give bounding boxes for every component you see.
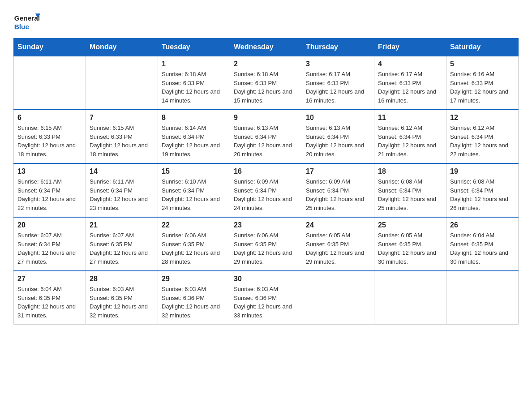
day-number: 17 [306,167,370,176]
calendar-cell [446,271,519,325]
calendar-cell: 16Sunrise: 6:09 AMSunset: 6:34 PMDayligh… [230,163,302,217]
weekday-header-saturday: Saturday [446,39,519,56]
calendar-cell: 17Sunrise: 6:09 AMSunset: 6:34 PMDayligh… [302,163,374,217]
day-info: Sunrise: 6:14 AMSunset: 6:34 PMDaylight:… [162,124,226,158]
day-info: Sunrise: 6:13 AMSunset: 6:34 PMDaylight:… [234,124,298,158]
day-number: 6 [17,114,82,122]
day-info: Sunrise: 6:08 AMSunset: 6:34 PMDaylight:… [378,177,442,212]
day-info: Sunrise: 6:03 AMSunset: 6:35 PMDaylight:… [90,285,154,320]
day-info: Sunrise: 6:17 AMSunset: 6:33 PMDaylight:… [378,70,442,105]
day-info: Sunrise: 6:03 AMSunset: 6:36 PMDaylight:… [162,285,226,320]
day-info: Sunrise: 6:15 AMSunset: 6:33 PMDaylight:… [17,124,82,158]
day-info: Sunrise: 6:10 AMSunset: 6:34 PMDaylight:… [162,177,226,212]
calendar-cell: 12Sunrise: 6:12 AMSunset: 6:34 PMDayligh… [446,110,519,163]
day-number: 19 [450,167,515,176]
logo: General Blue [13,9,40,34]
day-info: Sunrise: 6:12 AMSunset: 6:34 PMDaylight:… [378,124,442,158]
day-number: 22 [162,221,226,229]
calendar-cell [14,56,86,110]
calendar-cell: 18Sunrise: 6:08 AMSunset: 6:34 PMDayligh… [374,163,446,217]
weekday-header-thursday: Thursday [302,39,374,56]
day-number: 1 [162,60,226,68]
day-info: Sunrise: 6:07 AMSunset: 6:35 PMDaylight:… [90,231,154,266]
calendar-cell [86,56,158,110]
day-info: Sunrise: 6:08 AMSunset: 6:34 PMDaylight:… [450,177,515,212]
calendar-cell: 23Sunrise: 6:06 AMSunset: 6:35 PMDayligh… [230,217,302,271]
calendar-cell: 27Sunrise: 6:04 AMSunset: 6:35 PMDayligh… [14,271,86,325]
day-info: Sunrise: 6:12 AMSunset: 6:34 PMDaylight:… [450,124,515,158]
day-info: Sunrise: 6:16 AMSunset: 6:33 PMDaylight:… [450,70,515,105]
calendar-cell: 24Sunrise: 6:05 AMSunset: 6:35 PMDayligh… [302,217,374,271]
calendar-cell: 2Sunrise: 6:18 AMSunset: 6:33 PMDaylight… [230,56,302,110]
day-number: 14 [90,167,154,176]
calendar-cell: 19Sunrise: 6:08 AMSunset: 6:34 PMDayligh… [446,163,519,217]
calendar-cell [302,271,374,325]
day-info: Sunrise: 6:11 AMSunset: 6:34 PMDaylight:… [90,177,154,212]
week-row-3: 13Sunrise: 6:11 AMSunset: 6:34 PMDayligh… [14,163,519,217]
weekday-header-row: SundayMondayTuesdayWednesdayThursdayFrid… [14,39,519,56]
day-number: 16 [234,167,298,176]
svg-text:General: General [14,14,40,22]
day-info: Sunrise: 6:06 AMSunset: 6:35 PMDaylight:… [234,231,298,266]
weekday-header-sunday: Sunday [14,39,86,56]
day-number: 4 [378,60,442,68]
day-info: Sunrise: 6:09 AMSunset: 6:34 PMDaylight:… [234,177,298,212]
day-number: 5 [450,60,515,68]
week-row-4: 20Sunrise: 6:07 AMSunset: 6:34 PMDayligh… [14,217,519,271]
day-number: 15 [162,167,226,176]
day-info: Sunrise: 6:03 AMSunset: 6:36 PMDaylight:… [234,285,298,320]
day-number: 12 [450,114,515,122]
day-number: 23 [234,221,298,229]
calendar-cell: 15Sunrise: 6:10 AMSunset: 6:34 PMDayligh… [158,163,230,217]
day-info: Sunrise: 6:04 AMSunset: 6:35 PMDaylight:… [450,231,515,266]
day-info: Sunrise: 6:07 AMSunset: 6:34 PMDaylight:… [17,231,82,266]
day-number: 7 [90,114,154,122]
calendar-cell: 4Sunrise: 6:17 AMSunset: 6:33 PMDaylight… [374,56,446,110]
day-info: Sunrise: 6:11 AMSunset: 6:34 PMDaylight:… [17,177,82,212]
calendar-cell: 11Sunrise: 6:12 AMSunset: 6:34 PMDayligh… [374,110,446,163]
day-number: 26 [450,221,515,229]
logo-svg: General Blue [13,9,40,34]
calendar-cell: 21Sunrise: 6:07 AMSunset: 6:35 PMDayligh… [86,217,158,271]
day-info: Sunrise: 6:04 AMSunset: 6:35 PMDaylight:… [17,285,82,320]
calendar-cell: 10Sunrise: 6:13 AMSunset: 6:34 PMDayligh… [302,110,374,163]
day-number: 24 [306,221,370,229]
weekday-header-wednesday: Wednesday [230,39,302,56]
day-number: 20 [17,221,82,229]
calendar-cell: 8Sunrise: 6:14 AMSunset: 6:34 PMDaylight… [158,110,230,163]
day-number: 21 [90,221,154,229]
calendar-cell: 25Sunrise: 6:05 AMSunset: 6:35 PMDayligh… [374,217,446,271]
day-info: Sunrise: 6:06 AMSunset: 6:35 PMDaylight:… [162,231,226,266]
calendar-cell: 7Sunrise: 6:15 AMSunset: 6:33 PMDaylight… [86,110,158,163]
day-number: 13 [17,167,82,176]
calendar-cell: 28Sunrise: 6:03 AMSunset: 6:35 PMDayligh… [86,271,158,325]
day-info: Sunrise: 6:05 AMSunset: 6:35 PMDaylight:… [306,231,370,266]
day-info: Sunrise: 6:05 AMSunset: 6:35 PMDaylight:… [378,231,442,266]
calendar-cell: 5Sunrise: 6:16 AMSunset: 6:33 PMDaylight… [446,56,519,110]
calendar-cell [374,271,446,325]
svg-text:Blue: Blue [14,23,30,30]
week-row-2: 6Sunrise: 6:15 AMSunset: 6:33 PMDaylight… [14,110,519,163]
day-info: Sunrise: 6:18 AMSunset: 6:33 PMDaylight:… [234,70,298,105]
calendar-cell: 30Sunrise: 6:03 AMSunset: 6:36 PMDayligh… [230,271,302,325]
weekday-header-friday: Friday [374,39,446,56]
day-number: 25 [378,221,442,229]
calendar-cell: 13Sunrise: 6:11 AMSunset: 6:34 PMDayligh… [14,163,86,217]
calendar-cell: 22Sunrise: 6:06 AMSunset: 6:35 PMDayligh… [158,217,230,271]
day-number: 29 [162,275,226,283]
week-row-1: 1Sunrise: 6:18 AMSunset: 6:33 PMDaylight… [14,56,519,110]
page-header: General Blue [13,9,519,34]
day-number: 28 [90,275,154,283]
day-number: 2 [234,60,298,68]
calendar-cell: 29Sunrise: 6:03 AMSunset: 6:36 PMDayligh… [158,271,230,325]
day-info: Sunrise: 6:18 AMSunset: 6:33 PMDaylight:… [162,70,226,105]
calendar-cell: 9Sunrise: 6:13 AMSunset: 6:34 PMDaylight… [230,110,302,163]
day-number: 9 [234,114,298,122]
calendar-cell: 6Sunrise: 6:15 AMSunset: 6:33 PMDaylight… [14,110,86,163]
week-row-5: 27Sunrise: 6:04 AMSunset: 6:35 PMDayligh… [14,271,519,325]
day-info: Sunrise: 6:09 AMSunset: 6:34 PMDaylight:… [306,177,370,212]
day-number: 27 [17,275,82,283]
day-number: 3 [306,60,370,68]
day-number: 11 [378,114,442,122]
day-number: 8 [162,114,226,122]
